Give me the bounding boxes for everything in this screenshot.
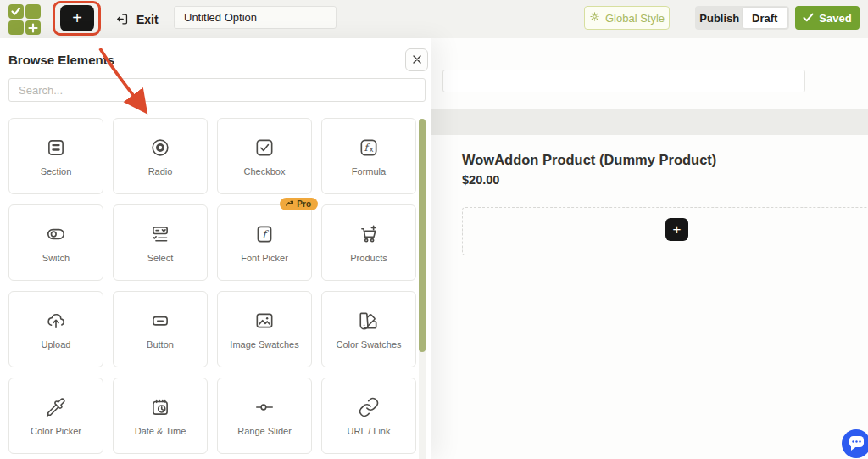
global-style-label: Global Style <box>605 12 665 25</box>
chat-bubble-icon <box>842 428 868 459</box>
switch-icon <box>45 223 67 245</box>
elements-grid: SectionRadioCheckboxfxFormulaSwitchSelec… <box>8 118 416 454</box>
add-element-toolbar-button[interactable]: + <box>60 5 94 31</box>
button-icon <box>149 310 171 332</box>
element-card-image-swatches[interactable]: Image Swatches <box>217 291 312 367</box>
check-icon <box>803 12 814 25</box>
element-card-url-link[interactable]: URL / Link <box>321 378 416 454</box>
element-card-color-swatches[interactable]: Color Swatches <box>321 291 416 367</box>
product-preview-area: WowAddon Product (Dummy Product) $20.00 … <box>431 38 868 459</box>
element-card-button[interactable]: Button <box>113 291 208 367</box>
publish-tab[interactable]: Publish <box>697 8 743 28</box>
checkbox-icon <box>253 137 275 159</box>
upload-icon <box>45 310 67 332</box>
close-panel-button[interactable] <box>405 48 428 71</box>
saved-label: Saved <box>819 12 851 25</box>
radio-icon <box>149 137 171 159</box>
element-label: Color Swatches <box>336 339 401 350</box>
publish-draft-toggle: Publish Draft <box>695 6 789 30</box>
product-price: $20.00 <box>462 173 499 187</box>
element-label: Font Picker <box>241 253 288 263</box>
element-card-formula[interactable]: fxFormula <box>321 118 416 194</box>
date-time-icon <box>149 396 171 418</box>
exit-label: Exit <box>136 13 159 26</box>
browse-elements-panel: Browse Elements SectionRadioCheckboxfxFo… <box>0 38 431 459</box>
image-swatches-icon <box>253 310 275 332</box>
range-slider-icon <box>253 396 275 418</box>
products-icon <box>358 223 380 245</box>
gear-icon <box>589 11 600 25</box>
svg-text:f: f <box>262 227 269 240</box>
element-label: Button <box>147 339 174 350</box>
element-card-color-picker[interactable]: Color Picker <box>8 378 103 454</box>
panel-title: Browse Elements <box>8 53 114 67</box>
draft-tab[interactable]: Draft <box>743 8 788 28</box>
chat-widget-button[interactable] <box>842 429 868 458</box>
element-card-font-picker[interactable]: ProfFont Picker <box>217 204 312 281</box>
exit-icon <box>115 12 130 26</box>
element-label: Range Slider <box>237 426 292 436</box>
trending-up-icon <box>286 199 294 209</box>
element-label: Switch <box>42 253 70 263</box>
element-label: Date & Time <box>135 426 186 436</box>
formula-icon: fx <box>358 137 380 159</box>
element-label: Checkbox <box>244 166 286 176</box>
product-title: WowAddon Product (Dummy Product) <box>462 152 716 168</box>
element-label: Products <box>350 253 387 263</box>
pro-badge-label: Pro <box>297 199 311 209</box>
add-option-button[interactable]: + <box>665 218 688 241</box>
element-card-range-slider[interactable]: Range Slider <box>217 378 312 454</box>
exit-button[interactable]: Exit <box>115 8 159 30</box>
element-label: Radio <box>148 166 173 176</box>
pro-badge: Pro <box>280 198 318 210</box>
element-label: Color Picker <box>31 426 81 436</box>
plus-icon: + <box>673 221 682 238</box>
global-style-button[interactable]: Global Style <box>584 6 670 30</box>
element-card-products[interactable]: Products <box>321 204 416 281</box>
element-card-switch[interactable]: Switch <box>8 204 103 281</box>
element-card-upload[interactable]: Upload <box>8 291 103 367</box>
element-label: Select <box>147 253 174 263</box>
element-card-select[interactable]: Select <box>113 204 208 281</box>
url-link-icon <box>358 396 380 418</box>
select-icon <box>149 223 171 245</box>
top-toolbar: + Exit Global Style Publish Draft <box>0 0 868 38</box>
svg-text:x: x <box>370 144 374 153</box>
preview-text-field[interactable] <box>442 70 805 92</box>
element-label: Formula <box>352 166 386 176</box>
color-picker-icon <box>45 396 67 418</box>
element-label: URL / Link <box>348 426 391 436</box>
color-swatches-icon <box>358 310 380 332</box>
element-card-section[interactable]: Section <box>8 118 103 194</box>
saved-button[interactable]: Saved <box>795 6 860 30</box>
element-label: Image Swatches <box>230 339 298 350</box>
element-card-radio[interactable]: Radio <box>113 118 208 194</box>
panel-scrollbar-thumb[interactable] <box>419 119 426 352</box>
option-title-input[interactable] <box>174 6 337 29</box>
preview-divider-bar <box>431 109 868 135</box>
font-picker-icon: f <box>253 223 275 245</box>
section-icon <box>45 137 67 159</box>
app-logo-icon <box>8 4 41 35</box>
search-input[interactable] <box>8 78 426 102</box>
element-card-date-time[interactable]: Date & Time <box>113 378 208 454</box>
element-label: Section <box>41 166 72 176</box>
close-icon <box>412 53 422 68</box>
element-label: Upload <box>42 339 71 350</box>
element-card-checkbox[interactable]: Checkbox <box>217 118 312 194</box>
plus-icon: + <box>72 8 82 28</box>
